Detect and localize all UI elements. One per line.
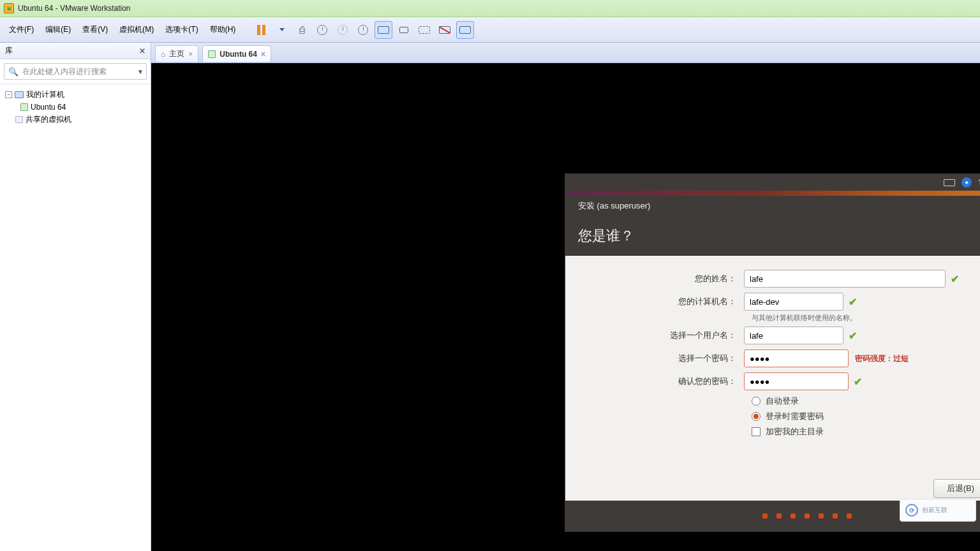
vm-display-area: ⌂ 主页 × Ubuntu 64 × ✦ ⇅ En ✱ 🔊 ⚙ 安装 (a <box>151 43 980 551</box>
input-computer-name[interactable] <box>744 293 843 311</box>
tab-label: Ubuntu 64 <box>219 50 257 59</box>
radio-require-password[interactable]: 登录时需要密码 <box>752 411 980 422</box>
window-title: Ubuntu 64 - VMware Workstation <box>18 4 131 13</box>
help-computer-name: 与其他计算机联络时使用的名称。 <box>752 313 980 323</box>
sidebar-search-input[interactable]: 🔍 在此处键入内容进行搜索 ▼ <box>4 63 147 80</box>
window-titlebar: ▣ Ubuntu 64 - VMware Workstation <box>0 0 980 17</box>
tree-node-shared[interactable]: 共享的虚拟机 <box>3 113 148 126</box>
shared-icon <box>15 116 23 123</box>
tab-close-icon[interactable]: × <box>188 50 193 59</box>
menu-file[interactable]: 文件(F) <box>8 22 35 38</box>
vmware-app-icon: ▣ <box>4 3 14 13</box>
tree-label: 共享的虚拟机 <box>26 114 71 125</box>
pause-vm-button[interactable] <box>252 21 270 39</box>
input-username[interactable] <box>744 327 843 344</box>
sidebar-title: 库 <box>5 45 13 56</box>
checkbox-encrypt-home[interactable]: 加密我的主目录 <box>752 426 980 437</box>
password-strength-text: 密码强度：过短 <box>855 353 909 364</box>
progress-dot <box>847 513 852 518</box>
input-confirm-password[interactable] <box>744 372 849 390</box>
tab-home[interactable]: ⌂ 主页 × <box>155 45 198 62</box>
check-ok-icon: ✔ <box>849 330 857 342</box>
tab-label: 主页 <box>169 48 184 59</box>
back-button[interactable]: 后退(B) <box>933 479 980 498</box>
tab-ubuntu64[interactable]: Ubuntu 64 × <box>202 45 271 62</box>
computer-icon <box>15 91 24 98</box>
progress-dot <box>833 513 838 518</box>
menu-help[interactable]: 帮助(H) <box>209 22 237 38</box>
sidebar-close-icon[interactable]: ✕ <box>139 47 145 55</box>
check-ok-icon: ✔ <box>951 273 959 285</box>
tree-label: 我的计算机 <box>26 89 64 100</box>
snapshot-manager-button[interactable] <box>354 21 372 39</box>
vm-icon <box>208 50 216 58</box>
watermark-badge: ⟳ 创新互联 <box>900 499 976 522</box>
search-dropdown-icon[interactable]: ▼ <box>137 68 144 75</box>
ubuntu-installer-window: ✦ ⇅ En ✱ 🔊 ⚙ 安装 (as superuser) 您是谁？ 您的姓名… <box>565 173 980 532</box>
progress-dot <box>776 513 782 518</box>
view-thumbnail-button[interactable] <box>456 21 474 39</box>
checkbox-label: 加密我的主目录 <box>766 426 824 437</box>
accessibility-icon[interactable]: ✦ <box>961 177 972 187</box>
library-sidebar: 库 ✕ 🔍 在此处键入内容进行搜索 ▼ − 我的计算机 Ubuntu 64 共享… <box>0 43 151 551</box>
radio-label: 自动登录 <box>766 395 799 407</box>
view-console-button[interactable] <box>375 21 392 39</box>
label-fullname: 您的姓名： <box>584 273 744 284</box>
search-icon: 🔍 <box>8 67 19 77</box>
progress-dot <box>805 513 810 518</box>
ubuntu-top-panel: ✦ ⇅ En ✱ 🔊 ⚙ <box>565 174 980 191</box>
menubar: 文件(F) 编辑(E) 查看(V) 虚拟机(M) 选项卡(T) 帮助(H) ⎙ <box>0 17 980 43</box>
menu-tabs[interactable]: 选项卡(T) <box>164 22 199 38</box>
tree-node-ubuntu64[interactable]: Ubuntu 64 <box>3 101 148 113</box>
progress-dot <box>762 513 768 518</box>
send-ctrl-alt-del-button[interactable]: ⎙ <box>293 21 311 39</box>
tree-collapse-icon[interactable]: − <box>5 91 12 98</box>
label-password: 选择一个密码： <box>584 353 744 364</box>
snapshot-revert-button[interactable] <box>334 21 352 39</box>
watermark-text: 创新互联 <box>922 506 947 515</box>
view-unity-button[interactable] <box>436 21 454 39</box>
input-fullname[interactable] <box>744 270 946 288</box>
tab-close-icon[interactable]: × <box>261 50 265 59</box>
input-password[interactable] <box>744 349 849 367</box>
menu-view[interactable]: 查看(V) <box>81 22 109 38</box>
installer-window-title: 安装 (as superuser) <box>565 196 980 216</box>
menu-vm[interactable]: 虚拟机(M) <box>118 22 155 38</box>
vm-power-dropdown[interactable] <box>272 21 290 39</box>
progress-dot <box>791 513 796 518</box>
label-confirm-password: 确认您的密码： <box>584 376 744 387</box>
progress-dot <box>819 513 824 518</box>
radio-label: 登录时需要密码 <box>766 411 824 422</box>
tree-label: Ubuntu 64 <box>31 103 66 112</box>
ubuntu-accent-stripe <box>565 191 980 196</box>
radio-auto-login[interactable]: 自动登录 <box>752 395 980 407</box>
search-placeholder: 在此处键入内容进行搜索 <box>22 66 107 77</box>
label-username: 选择一个用户名： <box>584 330 744 341</box>
tree-node-my-computer[interactable]: − 我的计算机 <box>3 88 148 101</box>
home-icon: ⌂ <box>161 50 165 59</box>
keyboard-icon[interactable] <box>944 179 955 186</box>
check-ok-icon: ✔ <box>854 376 862 388</box>
view-stretch-button[interactable] <box>395 21 413 39</box>
tabstrip <box>151 43 980 63</box>
watermark-logo-icon: ⟳ <box>905 504 918 517</box>
menu-edit[interactable]: 编辑(E) <box>44 22 72 38</box>
installer-step-heading: 您是谁？ <box>565 216 980 256</box>
snapshot-take-button[interactable] <box>313 21 331 39</box>
vm-icon <box>20 103 28 111</box>
library-tree: − 我的计算机 Ubuntu 64 共享的虚拟机 <box>0 84 151 130</box>
check-ok-icon: ✔ <box>849 296 857 308</box>
label-computer: 您的计算机名： <box>584 296 744 307</box>
view-fullscreen-button[interactable] <box>415 21 433 39</box>
